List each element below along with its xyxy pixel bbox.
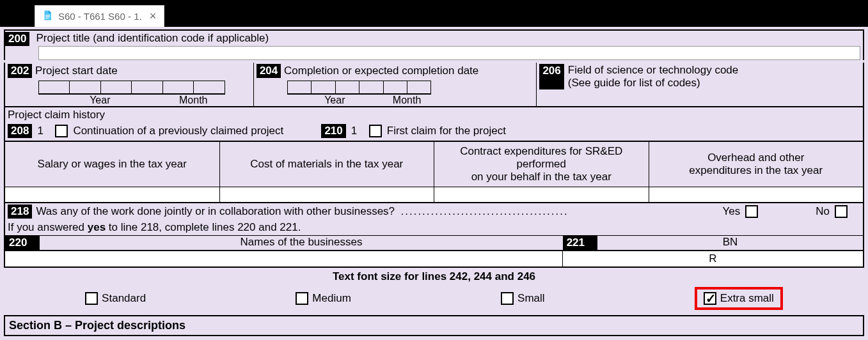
hdr-contract: Contract expenditures for SR&EDperformed… <box>434 142 649 187</box>
label-206: Field of science or technology code <box>568 64 739 77</box>
label-220: Names of the businesses <box>40 236 562 250</box>
input-start-date[interactable] <box>38 81 225 95</box>
file-icon <box>42 10 53 23</box>
font-size-options: Standard Medium Small Extra small <box>4 284 864 315</box>
font-size-header: Text font size for lines 242, 244 and 24… <box>4 268 864 284</box>
value-210: 1 <box>351 125 364 137</box>
line-number-218: 218 <box>8 205 32 219</box>
line-number-200: 200 <box>5 32 29 46</box>
row-218: 218 Was any of the work done jointly or … <box>4 203 864 220</box>
input-materials[interactable] <box>220 187 435 202</box>
window-topbar: S60 - T661 S60 - 1. × <box>0 0 868 27</box>
line-number-204: 204 <box>256 64 281 78</box>
value-208: 1 <box>37 125 50 137</box>
label-204: Completion or expected completion date <box>284 65 478 77</box>
line-number-210: 210 <box>321 124 345 138</box>
opt-small[interactable]: Small <box>501 292 545 305</box>
hdr-salary: Salary or wages in the tax year <box>5 142 220 187</box>
checkbox-208[interactable] <box>55 125 68 137</box>
row-220-input: R <box>4 251 864 268</box>
row-220-header: 220 Names of the businesses 221 BN <box>4 235 864 251</box>
line-number-206: 206 <box>539 64 564 89</box>
section-b-header: Section B – Project descriptions <box>4 315 864 336</box>
input-completion-date[interactable] <box>287 81 432 95</box>
label-history: Project claim history <box>8 109 860 121</box>
line-number-221: 221 <box>563 236 597 250</box>
hdr-overhead: Overhead and otherexpenditures in the ta… <box>649 142 864 187</box>
line-number-220: 220 <box>5 236 40 250</box>
line-number-202: 202 <box>8 64 32 78</box>
close-icon[interactable]: × <box>147 10 159 23</box>
checkbox-210[interactable] <box>369 125 382 137</box>
label-206-sub: (See guide for list of codes) <box>568 77 739 89</box>
form-page: 200 Project title (and identification co… <box>0 27 868 336</box>
opt-standard[interactable]: Standard <box>85 292 146 305</box>
opt-extra-small[interactable]: Extra small <box>704 292 774 305</box>
checkbox-218-yes[interactable] <box>745 205 758 218</box>
input-salary[interactable] <box>5 187 220 202</box>
row-yes-instruction: If you answered yes to line 218, complet… <box>4 220 864 235</box>
svg-rect-2 <box>45 18 49 19</box>
opt-medium[interactable]: Medium <box>296 292 351 305</box>
svg-rect-0 <box>45 15 51 15</box>
input-business-name[interactable] <box>5 251 563 267</box>
checkbox-218-no[interactable] <box>835 205 848 218</box>
expenditure-headers: Salary or wages in the tax year Cost of … <box>4 141 864 187</box>
line-number-208: 208 <box>8 124 32 138</box>
svg-rect-1 <box>45 17 51 17</box>
input-bn[interactable]: R <box>563 251 863 267</box>
label-200: Project title (and identification code i… <box>32 31 272 46</box>
input-project-title[interactable] <box>38 46 860 60</box>
expenditure-inputs <box>4 187 864 203</box>
highlight-extra-small: Extra small <box>695 287 783 310</box>
tab-title: S60 - T661 S60 - 1. <box>58 11 142 22</box>
input-overhead[interactable] <box>649 187 864 202</box>
hdr-materials: Cost of materials in the tax year <box>220 142 435 187</box>
input-contract[interactable] <box>434 187 649 202</box>
label-210: First claim for the project <box>387 125 506 137</box>
label-208: Continuation of a previously claimed pro… <box>73 125 316 137</box>
document-tab[interactable]: S60 - T661 S60 - 1. × <box>35 5 164 27</box>
label-202: Project start date <box>35 65 118 77</box>
row-200: 200 Project title (and identification co… <box>4 29 864 46</box>
row-dates: 202 Project start date YearMonth 204 Com… <box>4 63 864 106</box>
label-221: BN <box>597 236 863 250</box>
